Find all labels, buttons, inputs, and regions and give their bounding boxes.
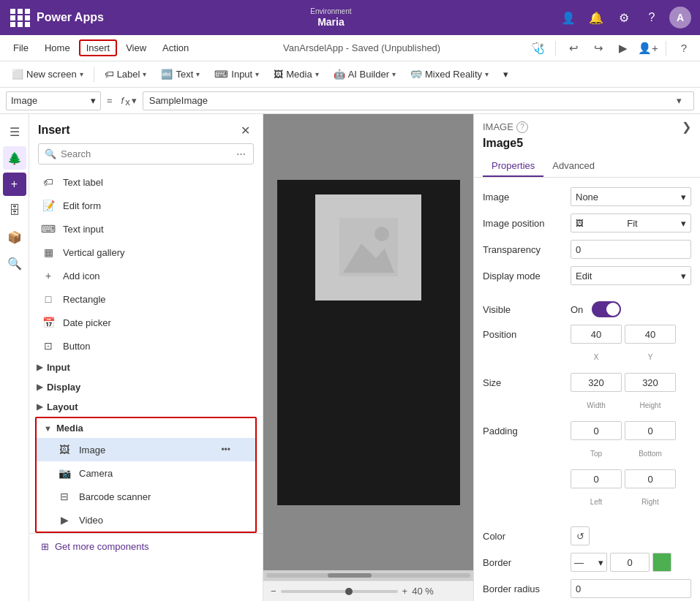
media-section[interactable]: ▼ Media xyxy=(37,418,255,438)
avatar[interactable]: A xyxy=(669,7,691,29)
text-btn[interactable]: 🔤 Text ▾ xyxy=(155,67,206,82)
position-x-input[interactable]: 40 xyxy=(571,325,622,344)
hamburger-icon[interactable]: ☰ xyxy=(3,120,26,143)
search-icon[interactable]: 🔍 xyxy=(3,252,26,275)
data-icon[interactable]: 🗄 xyxy=(3,199,26,222)
video-subitem[interactable]: ▶ Video xyxy=(37,508,255,532)
padding-right-input[interactable]: 0 xyxy=(625,469,676,488)
mr-label: Mixed Reality xyxy=(425,69,482,80)
border-width-input[interactable]: 0 xyxy=(610,553,650,572)
color-picker-btn[interactable]: ↺ xyxy=(571,526,590,545)
zoom-minus-btn[interactable]: − xyxy=(271,586,276,597)
variables-icon[interactable]: 📦 xyxy=(3,225,26,249)
formula-value-box[interactable]: SampleImage ▾ xyxy=(143,91,694,110)
insert-panel-header: Insert ✕ xyxy=(29,114,263,143)
size-height-input[interactable]: 320 xyxy=(625,373,676,392)
camera-subitem[interactable]: 📷 Camera xyxy=(37,461,255,485)
menu-insert[interactable]: Insert xyxy=(79,39,118,56)
menu-home[interactable]: Home xyxy=(37,39,78,56)
activity-bar: ☰ 🌲 + 🗄 📦 🔍 xyxy=(0,114,29,601)
insert-list: 🏷 Text label 📝 Edit form ⌨ Text input ▦ … xyxy=(29,170,263,601)
image-pos-row: Image position 🖼 Fit ▾ xyxy=(474,210,700,236)
add-button[interactable]: + xyxy=(3,173,26,196)
list-item[interactable]: ⊡ Button xyxy=(29,334,263,358)
padding-bottom-input[interactable]: 0 xyxy=(625,421,676,440)
label-btn[interactable]: 🏷 Label ▾ xyxy=(99,67,153,82)
insert-search-box[interactable]: 🔍 ⋯ xyxy=(38,143,254,165)
size-width-input[interactable]: 320 xyxy=(571,373,622,392)
image-pos-dropdown[interactable]: 🖼 Fit ▾ xyxy=(571,213,691,233)
display-mode-dropdown[interactable]: Edit ▾ xyxy=(571,266,691,285)
layout-section[interactable]: ▶ Layout xyxy=(29,397,263,417)
tree-icon[interactable]: 🌲 xyxy=(3,146,26,170)
zoom-slider[interactable] xyxy=(281,590,398,593)
media-btn[interactable]: 🖼 Media ▾ xyxy=(268,67,324,82)
list-item[interactable]: 📅 Date picker xyxy=(29,311,263,334)
mixed-reality-btn[interactable]: 🥽 Mixed Reality ▾ xyxy=(404,67,494,82)
padding-top-input[interactable]: 0 xyxy=(571,421,622,440)
visible-value: On xyxy=(571,301,691,317)
position-y-input[interactable]: 40 xyxy=(625,325,676,344)
border-color-box[interactable] xyxy=(652,553,671,572)
insert-panel-title: Insert xyxy=(38,124,70,137)
check-health-icon[interactable]: 🩺 xyxy=(527,38,548,58)
position-y-label: Y xyxy=(625,351,676,362)
visible-toggle[interactable] xyxy=(592,301,621,317)
search-input[interactable] xyxy=(61,148,230,159)
more-btn[interactable]: ▾ xyxy=(497,67,514,82)
list-item[interactable]: ⌨ Text input xyxy=(29,217,263,241)
help-icon[interactable]: ? xyxy=(641,7,662,28)
fx-chevron: ▾ xyxy=(132,95,137,106)
border-style-chevron: ▾ xyxy=(598,557,603,568)
redo-icon[interactable]: ↪ xyxy=(588,38,609,58)
fx-button[interactable]: f x ▾ xyxy=(118,94,140,107)
menu-help-icon[interactable]: ? xyxy=(674,38,694,58)
search-options-btn[interactable]: ⋯ xyxy=(235,147,247,161)
undo-icon[interactable]: ↩ xyxy=(563,38,584,58)
list-item[interactable]: □ Rectangle xyxy=(29,287,263,311)
menu-action[interactable]: Action xyxy=(155,39,196,56)
padding-left-input[interactable]: 0 xyxy=(571,469,622,488)
play-icon[interactable]: ▶ xyxy=(613,38,633,58)
image-more-btn[interactable]: ••• xyxy=(217,443,235,456)
tab-properties[interactable]: Properties xyxy=(483,156,543,177)
people-icon[interactable]: 👤 xyxy=(558,7,579,28)
scrollbar-thumb[interactable] xyxy=(328,573,372,578)
input-btn[interactable]: ⌨ Input ▾ xyxy=(208,67,265,82)
list-item[interactable]: 🏷 Text label xyxy=(29,170,263,194)
notification-icon[interactable]: 🔔 xyxy=(586,7,606,28)
menu-view[interactable]: View xyxy=(118,39,154,56)
expand-panel-btn[interactable]: ❯ xyxy=(682,120,691,134)
list-item[interactable]: ▦ Vertical gallery xyxy=(29,241,263,264)
help-icon[interactable]: ? xyxy=(516,121,528,133)
camera-icon: 📷 xyxy=(57,466,72,480)
settings-icon[interactable]: ⚙ xyxy=(614,7,634,28)
image-subitem[interactable]: 🖼 Image ••• xyxy=(37,438,255,461)
image-dropdown[interactable]: None ▾ xyxy=(571,187,691,206)
ai-builder-btn[interactable]: 🤖 AI Builder ▾ xyxy=(328,67,402,82)
image-pos-dropdown-value: Fit xyxy=(627,218,637,229)
insert-panel-close-btn[interactable]: ✕ xyxy=(236,121,254,139)
zoom-plus-btn[interactable]: + xyxy=(402,586,408,597)
menu-right-icons: 🩺 ↩ ↪ ▶ 👤+ ? xyxy=(527,38,694,58)
list-item[interactable]: 📝 Edit form xyxy=(29,194,263,217)
input-section[interactable]: ▶ Input xyxy=(29,358,263,377)
waffle-icon[interactable] xyxy=(9,7,29,28)
property-selector[interactable]: Image ▾ xyxy=(6,91,101,110)
menu-file[interactable]: File xyxy=(6,39,36,56)
get-more-components-btn[interactable]: ⊞ Get more components xyxy=(29,533,263,559)
border-radius-input[interactable]: 0 xyxy=(571,579,691,598)
barcode-subitem[interactable]: ⊟ Barcode scanner xyxy=(37,485,255,508)
transparency-input[interactable]: 0 xyxy=(571,240,691,259)
horizontal-scrollbar[interactable] xyxy=(263,570,473,581)
display-section[interactable]: ▶ Display xyxy=(29,377,263,397)
canvas-inner[interactable] xyxy=(263,114,473,570)
border-radius-value: 0 xyxy=(571,579,691,598)
formula-dropdown-right[interactable]: ▾ xyxy=(671,95,688,106)
new-screen-btn[interactable]: ⬜ New screen ▾ xyxy=(6,67,89,82)
share-icon[interactable]: 👤+ xyxy=(638,38,658,58)
list-item[interactable]: + Add icon xyxy=(29,264,263,287)
tab-advanced[interactable]: Advanced xyxy=(543,156,603,177)
color-value: ↺ xyxy=(571,526,691,545)
border-style-dropdown[interactable]: — ▾ xyxy=(571,553,607,572)
